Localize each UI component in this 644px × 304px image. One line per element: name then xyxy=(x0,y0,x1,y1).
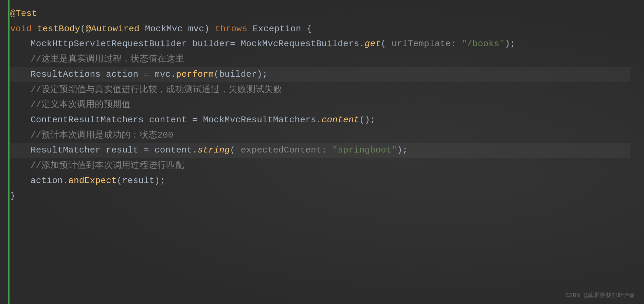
code-token: (builder); xyxy=(214,67,268,82)
code-token: testBody xyxy=(37,21,80,37)
code-token: ); xyxy=(397,143,408,158)
code-token: //添加预计值到本次调用过程进行匹配 xyxy=(31,158,184,173)
code-token: ResultMatcher xyxy=(31,143,101,158)
code-token: action. xyxy=(31,173,68,189)
code-token: } xyxy=(10,189,16,204)
code-token: void xyxy=(10,21,32,37)
code-token: throws xyxy=(215,21,247,37)
line-content: ContentResultMatchers content = MockMvcR… xyxy=(10,112,630,128)
line-comment2: //设定预期值与真实值进行比较，成功测试通过，失败测试失败 xyxy=(10,82,630,97)
code-token: MockMvcResultMatchers xyxy=(203,112,316,128)
line-result: ResultMatcher result = content.string( e… xyxy=(10,143,630,158)
code-token: //定义本次调用的预期值 xyxy=(31,97,130,112)
code-token: . xyxy=(316,112,322,128)
code-token: MockHttpServletRequestBuilder xyxy=(31,36,187,52)
line-method-sig: void testBody(@Autowired MockMvc mvc) th… xyxy=(10,21,630,37)
code-token: //设定预期值与真实值进行比较，成功测试通过，失败测试失败 xyxy=(31,82,282,97)
line-comment1: //这里是真实调用过程，状态值在这里 xyxy=(10,52,630,67)
line-andexpect: action.andExpect(result); xyxy=(10,173,630,189)
code-token: MockMvc xyxy=(145,21,183,37)
code-token: //这里是真实调用过程，状态值在这里 xyxy=(31,52,184,67)
code-token: ( xyxy=(381,36,392,52)
code-token: ( xyxy=(230,143,241,158)
line-annotation: @Test xyxy=(10,6,630,21)
code-token: . xyxy=(359,36,365,52)
code-token: string xyxy=(198,143,230,158)
code-token xyxy=(32,21,37,37)
line-comment5: //添加预计值到本次调用过程进行匹配 xyxy=(10,158,630,173)
code-token: Exception { xyxy=(247,21,312,37)
code-token: ResultActions xyxy=(31,67,101,82)
code-token: perform xyxy=(176,67,214,82)
code-token: ContentResultMatchers xyxy=(31,112,144,128)
code-token: urlTemplate: xyxy=(392,36,462,52)
watermark: CSDN @莫听穿林打叶声@ xyxy=(565,291,634,299)
code-token: expectedContent: xyxy=(241,143,333,158)
code-token: (result); xyxy=(117,173,165,189)
code-token: "springboot" xyxy=(332,143,397,158)
code-token: result = content. xyxy=(101,143,198,158)
code-token: builder= xyxy=(187,36,241,52)
code-token: MockMvcRequestBuilders xyxy=(241,36,359,52)
code-token xyxy=(140,21,145,37)
line-comment3: //定义本次调用的预期值 xyxy=(10,97,630,112)
code-token: (); xyxy=(359,112,376,128)
code-token: content xyxy=(322,112,359,128)
left-accent-bar xyxy=(8,0,10,304)
code-token: "/books" xyxy=(462,36,505,52)
line-builder: MockHttpServletRequestBuilder builder= M… xyxy=(10,36,630,52)
line-close: } xyxy=(10,189,630,204)
code-token: get xyxy=(365,36,381,52)
code-token: action = mvc. xyxy=(101,67,176,82)
code-token: andExpect xyxy=(68,173,117,189)
code-token: ); xyxy=(505,36,516,52)
code-token: @Autowired xyxy=(86,21,140,37)
line-comment4: //预计本次调用是成功的：状态200 xyxy=(10,128,630,143)
line-action: ResultActions action = mvc.perform(build… xyxy=(10,67,630,82)
code-token: @Test xyxy=(10,6,37,21)
code-token: //预计本次调用是成功的：状态200 xyxy=(31,128,174,143)
code-token: content = xyxy=(144,112,203,128)
code-token: ( xyxy=(80,21,86,37)
code-block: @Testvoid testBody(@Autowired MockMvc mv… xyxy=(0,0,644,210)
code-token: mvc) xyxy=(183,21,215,37)
